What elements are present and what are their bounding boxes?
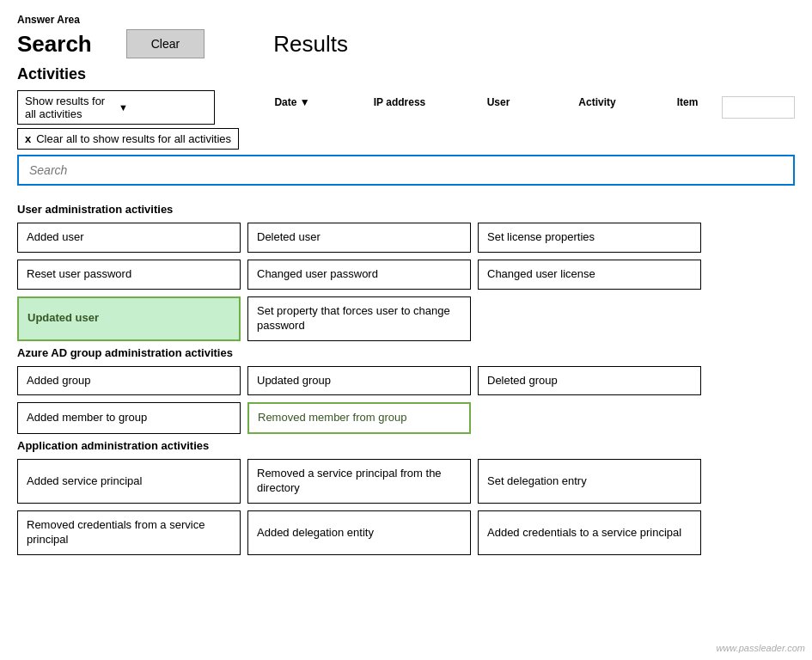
- item-column-header: Item: [653, 96, 722, 119]
- section-label-app_admin: Application administration activities: [17, 439, 795, 452]
- user-column-header: User: [455, 96, 541, 119]
- section-label-user_admin: User administration activities: [17, 203, 795, 216]
- activity-selector[interactable]: Show results for all activities ▼: [17, 90, 215, 125]
- activity-btn-removed-member-from-group[interactable]: Removed member from group: [247, 402, 471, 434]
- chevron-down-icon: ▼: [119, 102, 207, 113]
- section-azure_ad_group: Azure AD group administration activities…: [17, 346, 795, 435]
- activity-btn-updated-group[interactable]: Updated group: [247, 366, 471, 396]
- search-title: Search: [17, 31, 92, 58]
- activity-btn-reset-user-password[interactable]: Reset user password: [17, 260, 241, 290]
- section-user_admin: User administration activitiesAdded user…: [17, 203, 795, 341]
- activity-btn-set-delegation-entry[interactable]: Set delegation entry: [478, 459, 701, 504]
- activity-btn-set-license-properties[interactable]: Set license properties: [478, 223, 701, 253]
- activity-btn-added-group[interactable]: Added group: [17, 366, 241, 396]
- activity-btn-added-service-principal[interactable]: Added service principal: [17, 459, 241, 504]
- activity-btn-changed-user-password[interactable]: Changed user password: [247, 260, 471, 290]
- activity-btn-added-delegation-entity[interactable]: Added delegation entity: [247, 510, 471, 555]
- activity-btn-added-user[interactable]: Added user: [17, 223, 241, 253]
- activity-btn-removed-service-principal[interactable]: Removed a service principal from the dir…: [247, 459, 471, 504]
- activity-btn-updated-user[interactable]: Updated user: [17, 296, 241, 341]
- filter-label: Clear all to show results for all activi…: [36, 132, 231, 145]
- empty-cell: [478, 296, 701, 341]
- activity-column-header: Activity: [541, 96, 653, 119]
- clear-button[interactable]: Clear: [126, 29, 205, 58]
- activity-btn-set-property-change-password[interactable]: Set property that forces user to change …: [247, 296, 471, 341]
- activity-btn-deleted-group[interactable]: Deleted group: [478, 366, 701, 396]
- activity-btn-deleted-user[interactable]: Deleted user: [247, 223, 471, 253]
- activity-grid-azure_ad_group: Added groupUpdated groupDeleted groupAdd…: [17, 366, 795, 435]
- section-app_admin: Application administration activitiesAdd…: [17, 439, 795, 555]
- selector-label: Show results for all activities: [25, 95, 113, 120]
- empty-cell: [478, 402, 701, 434]
- date-column-header: Date ▼: [241, 96, 344, 119]
- activity-btn-added-member-to-group[interactable]: Added member to group: [17, 402, 241, 434]
- ip-address-column-header: IP address: [344, 96, 455, 119]
- clear-all-filter[interactable]: x Clear all to show results for all acti…: [17, 128, 239, 150]
- activities-label: Activities: [17, 65, 795, 83]
- section-label-azure_ad_group: Azure AD group administration activities: [17, 346, 795, 359]
- watermark: www.passleader.com: [716, 643, 805, 653]
- activity-btn-added-credentials-service-principal[interactable]: Added credentials to a service principal: [478, 510, 701, 555]
- results-title: Results: [273, 31, 348, 58]
- activity-grid-user_admin: Added userDeleted userSet license proper…: [17, 223, 795, 341]
- filter-x-icon: x: [25, 132, 31, 145]
- activity-grid-app_admin: Added service principalRemoved a service…: [17, 459, 795, 555]
- search-input[interactable]: [17, 155, 795, 186]
- answer-area-label: Answer Area: [17, 14, 795, 26]
- activity-btn-removed-credentials[interactable]: Removed credentials from a service princ…: [17, 510, 241, 555]
- activity-btn-changed-user-license[interactable]: Changed user license: [478, 260, 701, 290]
